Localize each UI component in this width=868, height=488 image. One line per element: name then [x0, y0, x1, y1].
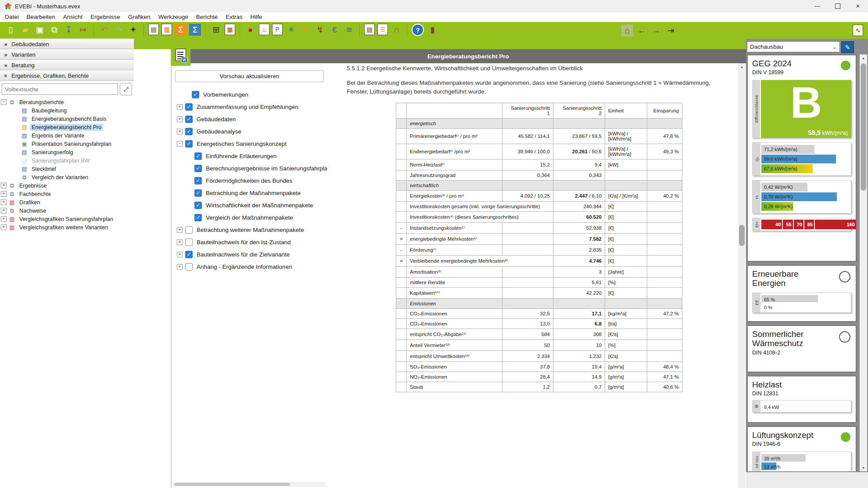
menu-item[interactable]: Ergebnisse — [86, 12, 124, 22]
scroll-up-icon[interactable]: ▲ — [738, 63, 746, 70]
pipes-icon[interactable]: P — [272, 24, 283, 35]
tab-report-preview[interactable] — [171, 44, 190, 66]
card-erneuerbare-energien[interactable]: Erneuerbare Energien EE 65 % 0 % — [747, 265, 857, 322]
chapter-checkbox[interactable] — [185, 226, 193, 234]
chapter-checkbox[interactable]: ✓ — [194, 214, 202, 221]
accordion-header[interactable]: » Beratung — [0, 60, 134, 70]
chapter-checkbox[interactable] — [185, 239, 193, 246]
chapter-expander[interactable]: + — [177, 129, 183, 134]
separator[interactable] — [240, 24, 240, 37]
chapter-checkbox[interactable]: ✓ — [185, 140, 193, 148]
save-copy-icon[interactable]: ⧉ — [48, 24, 60, 36]
chapter-expander[interactable]: + — [177, 252, 183, 257]
chapter-expander[interactable]: + — [177, 239, 183, 245]
tree-item[interactable]: ▤ Sanierungserfolg — [0, 148, 134, 156]
tree-expander[interactable]: + — [1, 224, 7, 230]
report-preview-icon[interactable]: ▤ — [364, 24, 375, 35]
card-geg[interactable]: GEG 2024 DIN V 18599 Effizienzklasse B 5… — [747, 54, 857, 262]
chapter-expander[interactable]: + — [177, 227, 183, 233]
separator[interactable] — [407, 24, 407, 37]
menu-item[interactable]: Datei — [1, 12, 23, 22]
tree-item[interactable]: + ⧉ Ergebnisse — [0, 181, 134, 190]
open-file-icon[interactable]: ▰ — [19, 24, 31, 36]
document-scrollbar[interactable]: ▲ — [738, 63, 746, 488]
chapter-expander[interactable]: + — [177, 264, 183, 270]
close-button[interactable]: ✕ — [848, 0, 868, 12]
chapter-checkbox[interactable]: ✓ — [194, 177, 202, 184]
splitter-pane[interactable] — [134, 49, 171, 488]
ventilation-icon[interactable]: ✳ — [285, 24, 297, 36]
tree-item[interactable]: + ⧉ Fachberichte — [0, 190, 134, 198]
update-preview-button[interactable]: Vorschau aktualisieren — [175, 70, 324, 82]
card-lueftungskonzept[interactable]: Lüftungskonzept DIN 1946-6 inf min 39 m³… — [747, 426, 857, 471]
tree-item[interactable]: ▣ Präsentation Sanierungsfahrplan — [0, 140, 134, 148]
goto-report-icon[interactable]: ⇥ — [665, 25, 677, 36]
tree-item[interactable]: ▤ Energieberatungsbericht Pro — [0, 123, 134, 131]
chapter-checkbox[interactable]: ✓ — [185, 251, 193, 258]
heating-icon[interactable]: ● — [244, 24, 256, 36]
door-icon[interactable]: ▮ — [427, 24, 438, 36]
chapter-checkbox[interactable]: ✓ — [192, 91, 199, 98]
energy-certificate-icon[interactable]: ☰ — [377, 24, 388, 35]
tree-item[interactable]: + ▥ Vergleichsgrafiken Sanierungsfahrpla… — [0, 215, 134, 223]
accordion-header[interactable]: » Ergebnisse, Grafiken, Berichte — [0, 70, 134, 81]
separator[interactable] — [359, 24, 360, 37]
edit-variant-button[interactable]: ✎ — [841, 41, 854, 53]
menu-item[interactable]: Extras — [222, 12, 246, 22]
boiler-flame-icon[interactable]: ♨ — [259, 24, 269, 35]
scrollbar-thumb[interactable] — [174, 483, 290, 486]
expand-search-button[interactable]: ⤢ — [120, 83, 132, 95]
schema-icon[interactable]: ⊞ — [210, 24, 222, 36]
tree-item[interactable]: ⧉ Vergleich der Varianten — [0, 173, 134, 181]
tree-expander[interactable]: + — [1, 183, 7, 188]
undo-icon[interactable]: ↶ — [98, 24, 110, 36]
separator[interactable] — [93, 24, 94, 37]
separator[interactable] — [205, 24, 206, 37]
tree-item[interactable]: ▤ Ergebnis der Variante — [0, 131, 134, 140]
tree-expander[interactable]: + — [1, 191, 7, 197]
accordion-header[interactable]: » Varianten — [0, 49, 134, 60]
tree-item[interactable]: + ▥ Vergleichsgrafiken weitere Varianten — [0, 223, 134, 231]
tree-item[interactable]: ▤ Energieberatungsbericht Basis — [0, 115, 134, 123]
chapter-checkbox[interactable]: ✓ — [194, 189, 202, 197]
chapter-expander[interactable]: − — [177, 141, 183, 147]
back-icon[interactable]: ← — [636, 25, 648, 36]
card-heizlast[interactable]: Heizlast DIN 12831 Φ 9,4 kW — [747, 376, 857, 423]
help-icon[interactable]: ? — [412, 24, 424, 36]
renovation-roadmap-icon[interactable]: ∩ — [391, 24, 402, 36]
building-3d-icon[interactable]: ⌂ — [621, 25, 633, 36]
maximize-button[interactable] — [828, 0, 848, 12]
tree-expander[interactable]: + — [1, 199, 7, 205]
scroll-up-icon[interactable]: ▲ — [860, 54, 867, 61]
chapter-checkbox[interactable]: ✓ — [185, 103, 193, 111]
menu-item[interactable]: Ansicht — [59, 12, 86, 22]
export-icon[interactable]: ↦ — [77, 24, 89, 36]
chapter-checkbox[interactable]: ✓ — [194, 202, 202, 209]
tree-expander[interactable]: − — [1, 99, 7, 105]
menu-item[interactable]: Grafiken — [124, 12, 154, 22]
chapter-checkbox[interactable]: ✓ — [185, 116, 193, 123]
menu-item[interactable]: Bearbeiten — [23, 12, 59, 22]
import-icon[interactable]: ↧ — [63, 24, 75, 36]
horizontal-scrollbar[interactable] — [173, 482, 326, 487]
menu-item[interactable]: Hilfe — [247, 12, 266, 22]
chapter-checkbox[interactable]: ✓ — [185, 128, 193, 135]
tree-expander[interactable]: + — [1, 216, 7, 222]
redo-icon[interactable]: ↷ — [113, 24, 125, 36]
scrollbar-thumb[interactable] — [739, 225, 745, 246]
electricity-icon[interactable]: ↯ — [314, 24, 326, 36]
card-sommerlicher-waermeschutz[interactable]: Sommerlicher Wärmeschutz DIN 4108-2 — [747, 325, 857, 372]
chapter-checkbox[interactable]: ✓ — [194, 165, 202, 172]
chapter-checkbox[interactable]: ✓ — [194, 152, 202, 160]
chapter-checkbox[interactable] — [185, 263, 193, 271]
house-costs-icon[interactable]: € — [329, 24, 341, 36]
data-compare-icon[interactable]: ▥ — [161, 24, 172, 35]
chapter-expander[interactable]: + — [177, 104, 183, 110]
forward-icon[interactable]: → — [650, 25, 662, 36]
scrollbar-thumb[interactable] — [861, 63, 866, 191]
tree-item[interactable]: + ⧉ Nachweise — [0, 206, 134, 215]
solar-icon[interactable]: ☀ — [300, 24, 312, 36]
search-input[interactable] — [2, 83, 118, 95]
hot-water-icon[interactable]: ≋ — [343, 24, 355, 36]
chapter-expander[interactable]: + — [177, 116, 183, 122]
